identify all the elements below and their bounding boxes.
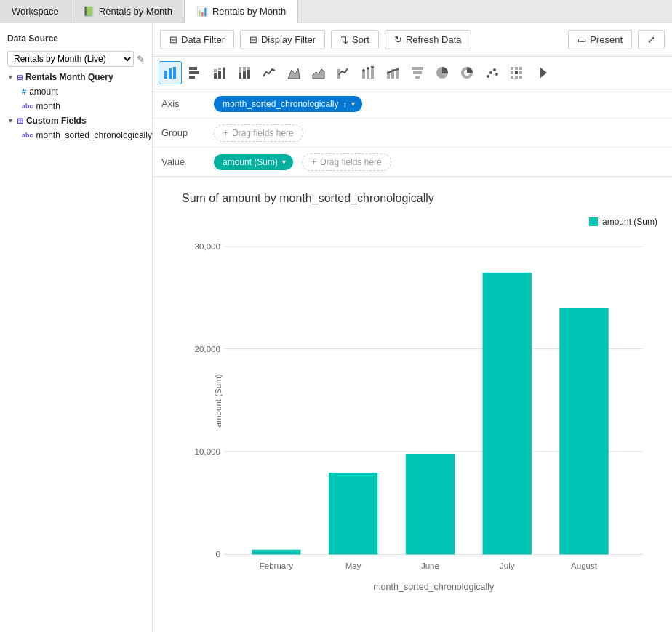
svg-rect-44 bbox=[515, 71, 518, 74]
chart-type-pie-btn[interactable] bbox=[431, 61, 454, 84]
data-filter-button[interactable]: ⊟ Data Filter bbox=[160, 30, 234, 49]
group-placeholder: Drag fields here bbox=[232, 128, 294, 138]
tree-group-custom[interactable]: ▼ ⊞ Custom Fields bbox=[0, 113, 152, 128]
tab-rentals-1-icon: 📗 bbox=[83, 6, 95, 17]
tab-rentals-2-label: Rentals by Month bbox=[212, 6, 286, 17]
svg-rect-13 bbox=[239, 73, 241, 79]
value-chevron-icon: ▾ bbox=[282, 158, 286, 166]
chart-type-bar-line-btn[interactable] bbox=[381, 61, 404, 84]
chart-type-stacked-btn[interactable] bbox=[208, 61, 231, 84]
chart-type-funnel-btn[interactable] bbox=[406, 61, 429, 84]
svg-rect-1 bbox=[169, 68, 172, 79]
tab-workspace[interactable]: Workspace bbox=[0, 0, 71, 23]
svg-rect-43 bbox=[511, 71, 513, 74]
svg-rect-21 bbox=[362, 72, 365, 79]
abc-icon-month-sorted: abc bbox=[22, 132, 33, 139]
sidebar: Data Source Rentals by Month (Live) ✎ ▼ … bbox=[0, 23, 153, 632]
svg-rect-6 bbox=[214, 73, 217, 79]
value-label: Value bbox=[161, 156, 205, 167]
svg-rect-40 bbox=[511, 67, 513, 70]
present-button[interactable]: ▭ Present bbox=[568, 30, 632, 49]
svg-point-38 bbox=[493, 68, 496, 71]
svg-marker-19 bbox=[313, 69, 324, 79]
svg-point-25 bbox=[367, 67, 369, 70]
group-drag-zone[interactable]: + Drag fields here bbox=[214, 124, 303, 142]
field-month[interactable]: abc month bbox=[12, 99, 152, 113]
field-month-label: month bbox=[36, 101, 60, 111]
svg-rect-8 bbox=[218, 71, 221, 79]
bar-february bbox=[252, 550, 300, 555]
edit-datasource-icon[interactable]: ✎ bbox=[137, 54, 145, 65]
svg-text:30,000: 30,000 bbox=[195, 242, 220, 251]
svg-text:month_sorted_chronologically: month_sorted_chronologically bbox=[373, 582, 495, 592]
sort-button[interactable]: ⇅ Sort bbox=[331, 30, 379, 49]
svg-text:August: August bbox=[571, 561, 598, 570]
svg-text:amount (Sum): amount (Sum) bbox=[214, 374, 223, 427]
display-filter-button[interactable]: ⊟ Display Filter bbox=[240, 30, 325, 49]
svg-rect-7 bbox=[214, 69, 217, 72]
axis-pill[interactable]: month_sorted_chronologically ↕ ▾ bbox=[214, 96, 362, 112]
present-label: Present bbox=[590, 34, 623, 45]
svg-rect-2 bbox=[173, 67, 176, 79]
field-amount-label: amount bbox=[29, 87, 58, 97]
datasource-select[interactable]: Rentals by Month (Live) bbox=[7, 51, 134, 67]
data-source-header: Data Source bbox=[0, 29, 152, 48]
tab-rentals-1[interactable]: 📗 Rentals by Month bbox=[71, 0, 185, 23]
svg-point-39 bbox=[495, 73, 498, 76]
chart-type-mountain-btn[interactable] bbox=[282, 61, 305, 84]
svg-rect-15 bbox=[243, 71, 246, 79]
chart-type-grid-btn[interactable] bbox=[505, 61, 528, 84]
chart-type-donut-btn[interactable] bbox=[455, 61, 479, 84]
abc-icon-month: abc bbox=[22, 103, 33, 110]
refresh-button[interactable]: ↻ Refresh Data bbox=[385, 30, 471, 49]
chart-type-scatter-btn[interactable] bbox=[480, 61, 503, 84]
caret-query: ▼ bbox=[7, 73, 14, 81]
chart-type-bar-btn[interactable] bbox=[159, 61, 182, 84]
svg-text:20,000: 20,000 bbox=[195, 345, 220, 353]
field-month-sorted[interactable]: abc month_sorted_chronologically bbox=[12, 128, 152, 143]
chart-legend: amount (Sum) bbox=[589, 217, 657, 227]
tab-rentals-2[interactable]: 📊 Rentals by Month bbox=[185, 0, 298, 23]
chart-type-line-btn[interactable] bbox=[257, 61, 281, 84]
bar-june bbox=[406, 454, 455, 554]
svg-rect-41 bbox=[515, 67, 518, 70]
value-placeholder: Drag fields here bbox=[320, 157, 382, 167]
chart-svg: 0 10,000 20,000 30,000 amount (Sum) Febr… bbox=[182, 217, 657, 599]
chart-type-area-btn[interactable] bbox=[307, 61, 330, 84]
chart-container: amount (Sum) 0 10,000 20,000 30,000 bbox=[182, 217, 657, 599]
chart-area: Sum of amount by month_sorted_chronologi… bbox=[153, 177, 672, 632]
svg-rect-9 bbox=[218, 68, 221, 70]
svg-text:June: June bbox=[421, 561, 439, 570]
svg-marker-18 bbox=[288, 68, 300, 79]
chart-type-bar-h-btn[interactable] bbox=[183, 61, 207, 84]
field-amount[interactable]: # amount bbox=[12, 84, 152, 99]
chart-type-stacked2-btn[interactable] bbox=[233, 61, 256, 84]
sort-icon: ⇅ bbox=[340, 34, 348, 45]
svg-point-36 bbox=[487, 75, 489, 78]
svg-rect-45 bbox=[519, 71, 522, 74]
tab-workspace-label: Workspace bbox=[12, 6, 59, 17]
chart-type-more-btn[interactable] bbox=[529, 61, 553, 84]
legend-dot bbox=[589, 217, 598, 226]
tab-bar: Workspace 📗 Rentals by Month 📊 Rentals b… bbox=[0, 0, 672, 23]
tab-rentals-2-icon: 📊 bbox=[196, 6, 208, 17]
svg-rect-31 bbox=[413, 71, 422, 74]
svg-rect-23 bbox=[371, 68, 374, 79]
value-pill-label: amount (Sum) bbox=[223, 157, 278, 167]
svg-rect-17 bbox=[247, 70, 250, 79]
chart-type-scatter-bar2-btn[interactable] bbox=[356, 61, 380, 84]
query-icon: ⊞ bbox=[17, 73, 23, 81]
tree-group-query[interactable]: ▼ ⊞ Rentals Month Query bbox=[0, 70, 152, 84]
chart-type-scatter-bar-btn[interactable] bbox=[332, 61, 355, 84]
svg-text:February: February bbox=[260, 561, 293, 570]
value-drag-zone[interactable]: + Drag fields here bbox=[302, 153, 391, 171]
fullscreen-button[interactable]: ⤢ bbox=[638, 30, 665, 49]
main-layout: Data Source Rentals by Month (Live) ✎ ▼ … bbox=[0, 23, 672, 632]
field-month-sorted-label: month_sorted_chronologically bbox=[36, 130, 152, 140]
svg-rect-5 bbox=[189, 76, 195, 79]
value-pill[interactable]: amount (Sum) ▾ bbox=[214, 154, 293, 170]
query-label: Rentals Month Query bbox=[25, 72, 113, 82]
present-icon: ▭ bbox=[577, 34, 586, 45]
svg-rect-32 bbox=[415, 76, 420, 79]
custom-fields-label: Custom Fields bbox=[26, 116, 87, 126]
